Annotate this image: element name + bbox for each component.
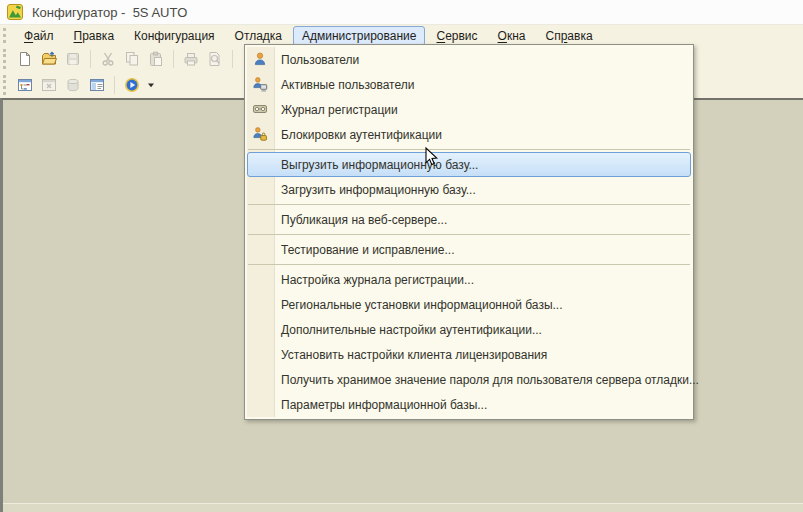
menu-item-label: Параметры информационной базы... [248,398,487,412]
menubar-item-edit[interactable]: Правка [65,26,124,46]
window-title: Конфигуратор - 5S AUTO [32,5,187,20]
menu-separator [248,204,690,205]
menu-item-label: Дополнительные настройки аутентификации.… [248,323,542,337]
save-button[interactable] [62,48,84,70]
paste-icon [148,51,164,67]
window-close-icon [41,77,57,93]
database-config-button[interactable] [62,74,84,96]
menubar-item-file[interactable]: Файл [15,26,63,46]
print-preview-icon [207,51,223,67]
menubar-item-service[interactable]: Сервис [427,26,486,46]
menu-item-label: Тестирование и исправление... [248,243,455,257]
menu-item-label: Получить хранимое значение пароля для по… [248,373,699,387]
menu-item-infobase-params[interactable]: Параметры информационной базы... [247,392,691,417]
title-bar: Конфигуратор - 5S AUTO [0,0,803,25]
paste-button[interactable] [145,48,167,70]
menu-item-registration-log[interactable]: Журнал регистрации [247,97,691,122]
toolbar-separator [173,50,174,68]
cut-icon [100,51,116,67]
menu-item-web-publish[interactable]: Публикация на веб-сервере... [247,207,691,232]
status-bar [3,503,803,512]
menu-item-log-settings[interactable]: Настройка журнала регистрации... [247,267,691,292]
menu-item-regional-settings[interactable]: Региональные установки информационной ба… [247,292,691,317]
menu-bar: ФайлПравкаКонфигурацияОтладкаАдминистрир… [0,25,803,46]
menu-item-label: Публикация на веб-сервере... [248,213,447,227]
menu-item-label: Активные пользователи [248,78,414,92]
menu-item-debug-server-password[interactable]: Получить хранимое значение пароля для по… [247,367,691,392]
menubar-item-help[interactable]: Справка [536,26,601,46]
menu-item-label: Блокировки аутентификации [248,128,442,142]
options-window-button[interactable] [86,74,108,96]
menubar-item-administration[interactable]: Администрирование [293,26,425,46]
toolbar-separator [114,76,115,94]
menu-item-users[interactable]: Пользователи [247,47,691,72]
menu-item-test-repair[interactable]: Тестирование и исправление... [247,237,691,262]
menu-separator [248,264,690,265]
menu-item-restore-infobase[interactable]: Загрузить информационную базу... [247,177,691,202]
menu-item-active-users[interactable]: Активные пользователи [247,72,691,97]
new-document-icon [17,51,33,67]
menu-item-auth-settings[interactable]: Дополнительные настройки аутентификации.… [247,317,691,342]
configurator-icon [7,4,23,20]
menu-separator [248,234,690,235]
caret-down-icon [147,81,155,89]
active-users-icon [252,76,268,92]
menu-item-label: Настройка журнала регистрации... [248,273,474,287]
new-button[interactable] [14,48,36,70]
properties-window-icon [89,77,105,93]
print-button[interactable] [180,48,202,70]
start-debugging-button[interactable] [121,74,143,96]
menu-item-licensing-client-settings[interactable]: Установить настройки клиента лицензирова… [247,342,691,367]
run-options-button[interactable] [145,74,156,96]
save-icon [65,51,81,67]
menu-item-label: Загрузить информационную базу... [248,183,476,197]
copy-icon [124,51,140,67]
menubar-item-configuration[interactable]: Конфигурация [125,26,224,46]
open-button[interactable] [38,48,60,70]
print-icon [183,51,199,67]
cut-button[interactable] [97,48,119,70]
registration-log-icon [252,101,268,117]
print-preview-button[interactable] [204,48,226,70]
menu-separator [248,149,690,150]
user-lock-icon [252,126,268,142]
administration-menu: ПользователиАктивные пользователиЖурнал … [244,44,694,420]
toolbar-separator [232,50,233,68]
window-tree-icon [17,77,33,93]
menubar-item-windows[interactable]: Окна [489,26,535,46]
menu-item-label: Установить настройки клиента лицензирова… [248,348,547,362]
menu-item-label: Журнал регистрации [248,103,398,117]
menubar-grip-handle[interactable] [3,28,9,43]
toolbar-grip-handle[interactable] [3,75,9,95]
menubar-item-debug[interactable]: Отладка [226,26,291,46]
menu-item-label: Региональные установки информационной ба… [248,298,563,312]
close-configuration-button[interactable] [38,74,60,96]
run-debug-icon [124,77,140,93]
toolbar-grip-handle[interactable] [3,49,9,69]
menu-item-label: Выгрузить информационную базу... [248,158,478,172]
toolbar-separator [90,50,91,68]
menu-item-auth-locks[interactable]: Блокировки аутентификации [247,122,691,147]
copy-button[interactable] [121,48,143,70]
menu-item-dump-infobase[interactable]: Выгрузить информационную базу... [247,152,691,177]
database-icon [65,77,81,93]
open-folder-icon [41,51,57,67]
configuration-window-button[interactable] [14,74,36,96]
user-icon [252,51,268,67]
